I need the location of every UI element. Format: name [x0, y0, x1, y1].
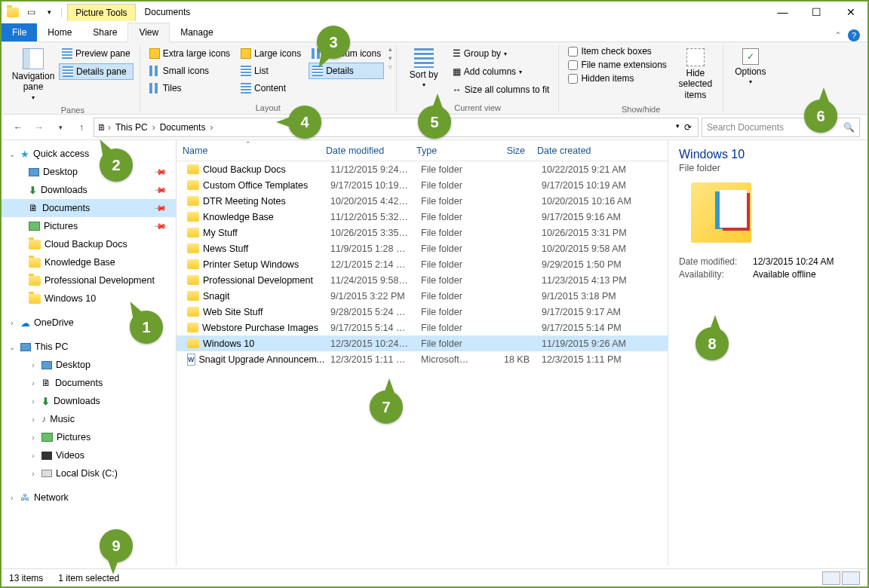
- options-icon: ✓: [742, 48, 759, 65]
- file-row[interactable]: Professional Development11/24/2015 9:58 …: [177, 272, 668, 288]
- videos-icon: [41, 452, 52, 460]
- props-icon[interactable]: ▭: [24, 5, 38, 19]
- minimize-button[interactable]: —: [766, 2, 800, 23]
- file-name: DTR Meeting Notes: [203, 196, 286, 207]
- chevron-right-icon[interactable]: ›: [152, 122, 155, 133]
- column-size[interactable]: Size: [471, 145, 531, 156]
- tab-view[interactable]: View: [127, 23, 170, 42]
- file-row[interactable]: Printer Setup Windows12/1/2015 2:14 PMFi…: [177, 256, 668, 272]
- nav-pc-music[interactable]: ›♪Music: [2, 410, 176, 428]
- size-columns-button[interactable]: ↔Size all columns to fit: [450, 81, 553, 98]
- file-row[interactable]: DTR Meeting Notes10/20/2015 4:42 PMFile …: [177, 193, 668, 209]
- breadcrumb-documents[interactable]: Documents: [157, 120, 209, 135]
- list-icon: [241, 66, 251, 76]
- nav-professional-dev[interactable]: Professional Development: [2, 271, 176, 289]
- recent-dropdown[interactable]: ▾: [51, 118, 69, 136]
- sort-asc-icon: ⌃: [245, 140, 251, 148]
- maximize-button[interactable]: ☐: [800, 2, 834, 23]
- help-icon[interactable]: ?: [848, 29, 860, 41]
- file-row[interactable]: My Stuff10/26/2015 3:35 PMFile folder10/…: [177, 225, 668, 240]
- nav-cloud-backup[interactable]: Cloud Backup Docs: [2, 235, 176, 253]
- column-name[interactable]: Name⌃: [177, 145, 320, 156]
- file-row[interactable]: Snagit9/1/2015 3:22 PMFile folder9/1/201…: [177, 288, 668, 304]
- layout-large[interactable]: Large icons: [238, 45, 304, 62]
- hide-selected-icon: [686, 48, 705, 66]
- add-columns-button[interactable]: ▦Add columns ▾: [450, 63, 553, 80]
- preview-pane-button[interactable]: Preview pane: [59, 45, 134, 62]
- tab-home[interactable]: Home: [37, 23, 82, 41]
- nav-quick-access[interactable]: ⌄★Quick access: [2, 145, 176, 163]
- pin-icon: 📌: [152, 164, 167, 179]
- file-row[interactable]: Custom Office Templates9/17/2015 10:19 A…: [177, 177, 668, 193]
- chevron-right-icon[interactable]: ›: [108, 122, 111, 133]
- breadcrumb-this-pc[interactable]: This PC: [112, 120, 151, 135]
- folder-thumbnail-icon: [691, 182, 751, 243]
- group-by-button[interactable]: ☰Group by ▾: [450, 45, 553, 62]
- file-row[interactable]: WSnagit Upgrade Announcem...12/3/2015 1:…: [177, 351, 668, 367]
- chevron-right-icon[interactable]: ›: [210, 122, 213, 133]
- file-row[interactable]: Knowledge Base11/12/2015 5:32 PMFile fol…: [177, 209, 668, 225]
- up-button[interactable]: ↑: [72, 118, 91, 136]
- file-date-created: 9/29/2015 1:50 PM: [536, 259, 641, 270]
- nav-knowledge-base[interactable]: Knowledge Base: [2, 253, 176, 271]
- nav-pc-desktop[interactable]: ›Desktop: [2, 356, 176, 374]
- pin-icon: 📌: [152, 201, 167, 215]
- options-button[interactable]: ✓ Options ▾: [729, 45, 772, 88]
- layout-extra-large[interactable]: Extra large icons: [146, 45, 233, 62]
- scroll-down-icon[interactable]: ▾: [388, 54, 392, 62]
- file-row[interactable]: News Stuff11/9/2015 1:28 PMFile folder10…: [177, 240, 668, 256]
- tab-share[interactable]: Share: [82, 23, 127, 41]
- nav-downloads[interactable]: ⬇Downloads📌: [2, 181, 176, 199]
- folder-icon: [29, 258, 41, 268]
- hide-selected-button[interactable]: Hide selected items: [674, 45, 717, 103]
- collapse-ribbon-icon[interactable]: ⌃: [834, 30, 842, 41]
- forward-button[interactable]: →: [30, 118, 48, 136]
- nav-windows-10[interactable]: Windows 10: [2, 289, 176, 308]
- close-button[interactable]: ✕: [834, 2, 867, 23]
- nav-pc-downloads[interactable]: ›⬇Downloads: [2, 392, 176, 410]
- callout-8: 8: [696, 327, 729, 360]
- column-date-modified[interactable]: Date modified: [320, 145, 410, 156]
- details-pane-button[interactable]: Details pane: [59, 63, 134, 80]
- refresh-icon[interactable]: ⟳: [684, 122, 692, 133]
- file-name: Knowledge Base: [203, 212, 274, 222]
- nav-desktop[interactable]: Desktop📌: [2, 163, 176, 181]
- nav-pc-localdisk[interactable]: ›Local Disk (C:): [2, 464, 176, 482]
- column-headers[interactable]: Name⌃ Date modified Type Size Date creat…: [177, 140, 668, 161]
- nav-pictures[interactable]: Pictures📌: [2, 217, 176, 235]
- file-row[interactable]: Web Site Stuff9/28/2015 5:24 PMFile fold…: [177, 304, 668, 320]
- layout-list[interactable]: List: [238, 63, 304, 79]
- column-type[interactable]: Type: [410, 145, 471, 156]
- layout-small[interactable]: Small icons: [146, 63, 233, 79]
- file-extensions-toggle[interactable]: File name extensions: [565, 59, 669, 71]
- breadcrumb[interactable]: 🗎 › This PC › Documents › ▾ ⟳: [94, 118, 699, 137]
- layout-content[interactable]: Content: [238, 80, 304, 96]
- nav-network[interactable]: ›🖧Network: [2, 488, 176, 507]
- address-dropdown-icon[interactable]: ▾: [676, 122, 680, 133]
- tab-manage[interactable]: Manage: [170, 23, 223, 41]
- layout-tiles[interactable]: Tiles: [146, 80, 233, 96]
- scroll-up-icon[interactable]: ▴: [388, 45, 392, 53]
- nav-documents[interactable]: 🗎Documents📌: [2, 199, 176, 217]
- details-val-availability: Available offline: [753, 269, 857, 280]
- nav-pc-documents[interactable]: ›🗎Documents: [2, 374, 176, 392]
- file-type: File folder: [415, 338, 475, 349]
- tab-file[interactable]: File: [2, 23, 37, 41]
- navigation-pane-button[interactable]: Navigation pane ▾: [12, 45, 54, 104]
- sort-by-button[interactable]: Sort by ▾: [403, 45, 445, 91]
- nav-pc-pictures[interactable]: ›Pictures: [2, 428, 176, 446]
- callout-9: 9: [100, 529, 133, 562]
- view-thumbnails-toggle[interactable]: [842, 571, 860, 585]
- file-row[interactable]: Cloud Backup Docs11/12/2015 9:24 AMFile …: [177, 161, 668, 177]
- hidden-items-toggle[interactable]: Hidden items: [565, 72, 669, 84]
- column-date-created[interactable]: Date created: [531, 145, 637, 156]
- file-row[interactable]: Windows 1012/3/2015 10:24 AMFile folder1…: [177, 335, 668, 351]
- item-checkboxes-toggle[interactable]: Item check boxes: [565, 45, 669, 57]
- view-details-toggle[interactable]: [822, 571, 840, 585]
- small-icons-icon: [149, 66, 160, 76]
- qat-dropdown-icon[interactable]: ▾: [42, 5, 56, 19]
- back-button[interactable]: ←: [9, 118, 27, 136]
- file-row[interactable]: Webstore Purchase Images9/17/2015 5:14 P…: [177, 320, 668, 335]
- expand-gallery-icon[interactable]: ▿: [388, 63, 392, 71]
- nav-pc-videos[interactable]: ›Videos: [2, 446, 176, 464]
